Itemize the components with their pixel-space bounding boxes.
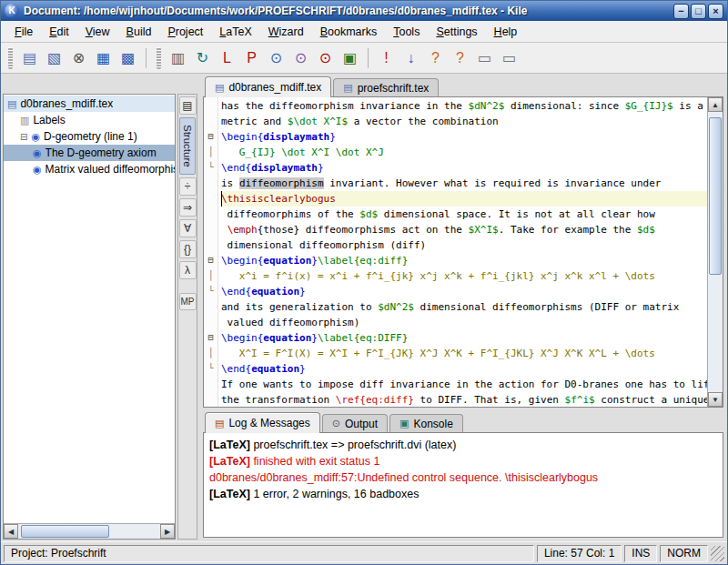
metapost-tab[interactable]: MP <box>179 293 197 310</box>
tab-output[interactable]: ⊙Output <box>322 414 388 432</box>
tree-item-label: Labels <box>33 114 65 126</box>
scroll-left-button[interactable]: ◀ <box>4 524 18 539</box>
tree-horizontal-scrollbar[interactable]: ◀ ▶ <box>4 523 175 539</box>
print-icon[interactable]: ▥ <box>167 46 189 69</box>
scroll-up-button[interactable]: ▲ <box>708 97 723 112</box>
editor-line[interactable]: metric and $\dot X^I$ a vector the combi… <box>221 114 707 129</box>
scrollbar-track[interactable] <box>708 112 723 392</box>
view-ps-icon[interactable]: ⊙ <box>289 46 312 69</box>
fold-marker-icon[interactable]: ⊟ <box>204 329 217 345</box>
menu-help[interactable]: Help <box>486 23 526 41</box>
editor-line[interactable]: x^i = f^i(x) = x^i + f^i_{jk} x^j x^k + … <box>221 268 707 284</box>
menu-project[interactable]: Project <box>159 23 211 41</box>
editor-line[interactable]: \begin{equation}\label{eq:DIFF} <box>221 330 707 346</box>
editor-line[interactable]: \begin{displaymath} <box>221 129 707 145</box>
menu-latex[interactable]: LaTeX <box>211 23 259 41</box>
tree-item-labels[interactable]: ▥Labels <box>4 112 175 128</box>
new-file-icon[interactable]: ▤ <box>18 46 41 69</box>
scrollbar-track[interactable] <box>18 524 160 539</box>
next-badbox-icon[interactable]: ▭ <box>498 46 521 69</box>
editor-line[interactable]: \end{displaymath} <box>221 160 707 176</box>
editor-line[interactable]: and its generalization to $dN^2$ dimensi… <box>221 299 707 315</box>
previous-warning-icon[interactable]: ? <box>424 46 447 69</box>
log-line[interactable]: [LaTeX] finished with exit status 1 <box>209 453 717 469</box>
editor-line[interactable]: diffeomorphims of the $d$ dimensional sp… <box>221 207 707 222</box>
tree-item-the-d-geometry-axiom[interactable]: ◉The D-geometry axiom <box>4 145 175 161</box>
editor-line[interactable]: \end{equation} <box>221 284 707 299</box>
scrollbar-thumb[interactable] <box>21 525 109 538</box>
editor-line[interactable]: X^I = F^I(X) = X^I + F^I_{JK} X^J X^K + … <box>221 346 707 361</box>
editor-line[interactable]: is diffeomorphism invariant. However wha… <box>221 176 707 191</box>
fold-marker-icon[interactable]: ⊟ <box>204 128 217 144</box>
previous-badbox-icon[interactable]: ▭ <box>473 46 496 69</box>
log-messages-panel[interactable]: [LaTeX] proefschrift.tex => proefschrift… <box>203 432 723 538</box>
latex-icon[interactable]: L <box>216 46 238 69</box>
editor-line[interactable]: has the diffeomorphism invariance in the… <box>221 98 707 114</box>
menu-edit[interactable]: Edit <box>41 23 77 41</box>
quickbuild-icon[interactable]: ↻ <box>191 46 214 69</box>
menu-build[interactable]: Build <box>118 23 160 41</box>
files-tab-icon[interactable]: ▤ <box>179 96 197 115</box>
app-icon: K <box>5 4 19 18</box>
view-dvi-icon[interactable]: ⊙ <box>265 46 288 69</box>
structure-tab[interactable]: Structure <box>179 117 196 175</box>
toolbar-handle[interactable] <box>157 47 161 69</box>
pdflatex-icon[interactable]: P <box>240 46 263 69</box>
tree-item-d0branes-mdiff-tex[interactable]: ▤d0branes_mdiff.tex <box>4 96 175 112</box>
editor-text[interactable]: has the diffeomorphism invariance in the… <box>218 97 707 407</box>
editor-line[interactable]: \end{equation} <box>221 361 707 377</box>
konsole-icon[interactable]: ▣ <box>339 46 361 69</box>
next-warning-icon[interactable]: ? <box>449 46 471 69</box>
log-line[interactable]: [LaTeX] proefschrift.tex => proefschrift… <box>209 437 717 453</box>
editor-line[interactable]: \begin{equation}\label{eq:diff} <box>221 253 707 268</box>
menu-tools[interactable]: Tools <box>385 23 428 41</box>
titlebar[interactable]: K Document: /home/wijnhout/Documents/wor… <box>1 1 727 21</box>
close-button[interactable]: × <box>708 4 723 19</box>
tab-konsole[interactable]: ▣Konsole <box>389 414 463 432</box>
editor-line[interactable]: If one wants to impose diff invariance i… <box>221 377 707 392</box>
next-error-icon[interactable]: ↓ <box>399 46 422 69</box>
operators-symbols-tab[interactable]: ÷ <box>179 177 197 196</box>
menu-view[interactable]: View <box>77 23 118 41</box>
maximize-button[interactable]: □ <box>691 4 706 19</box>
log-line[interactable]: [LaTeX] 1 error, 2 warnings, 16 badboxes <box>209 486 717 502</box>
editor-line[interactable]: G_{IJ} \dot X^I \dot X^J <box>221 145 707 160</box>
resize-grip[interactable] <box>711 546 724 561</box>
menu-wizard[interactable]: Wizard <box>260 23 312 41</box>
close-file-icon[interactable]: ⊗ <box>67 46 90 69</box>
toolbar-handle[interactable] <box>8 47 13 69</box>
editor-line[interactable]: \emph{those} diffeomorphisms act on the … <box>221 222 707 237</box>
greek-symbols-tab[interactable]: λ <box>179 261 197 279</box>
scrollbar-thumb[interactable] <box>709 117 722 274</box>
scroll-right-button[interactable]: ▶ <box>160 524 175 539</box>
save-all-icon[interactable]: ▩ <box>116 46 139 69</box>
editor-line[interactable]: the transformation \ref{eq:diff} to DIFF… <box>221 392 707 407</box>
menu-file[interactable]: File <box>6 23 41 41</box>
tab-log-messages[interactable]: ▤Log & Messages <box>205 412 320 433</box>
minimize-button[interactable]: − <box>673 4 689 19</box>
logic-symbols-tab[interactable]: ∀ <box>179 219 197 237</box>
tab-proefschrift-tex[interactable]: ▤proefschrift.tex <box>333 78 439 96</box>
scroll-down-button[interactable]: ▼ <box>708 392 723 407</box>
previous-error-icon[interactable]: ! <box>375 46 398 69</box>
tree-expander-icon[interactable]: ⊟ <box>20 132 27 142</box>
view-pdf-icon[interactable]: ⊙ <box>314 46 337 69</box>
open-file-icon[interactable]: ▧ <box>43 46 66 69</box>
tree-item-d-geometry-line-1[interactable]: ⊟◉D-geometry (line 1) <box>4 128 175 145</box>
editor-line[interactable]: \thisisclearlybogus <box>221 191 707 207</box>
output-icon: ⊙ <box>332 418 340 429</box>
status-insert-mode[interactable]: INS <box>624 545 657 562</box>
editor-line[interactable]: dimensional diffeomorphism (diff) <box>221 237 707 253</box>
arrows-symbols-tab[interactable]: ⇒ <box>179 198 197 217</box>
log-line[interactable]: d0branes/d0branes_mdiff:57:Undefined con… <box>209 469 717 486</box>
menu-bookmarks[interactable]: Bookmarks <box>312 23 386 41</box>
tree-item-matrix-valued-diffeomorphism[interactable]: ◉Matrix valued diffeomorphism <box>4 161 175 177</box>
delimiters-symbols-tab[interactable]: {} <box>179 240 197 258</box>
fold-marker-icon[interactable]: ⊟ <box>204 252 217 267</box>
editor-line[interactable]: valued diffeomorphism) <box>221 315 707 330</box>
menu-settings[interactable]: Settings <box>428 23 485 41</box>
editor[interactable]: ⊟│└⊟│└⊟│└ has the diffeomorphism invaria… <box>203 96 723 408</box>
save-file-icon[interactable]: ▦ <box>92 46 115 69</box>
tab-d0branes-mdiff-tex[interactable]: ▤d0branes_mdiff.tex <box>205 76 331 97</box>
editor-vertical-scrollbar[interactable]: ▲ ▼ <box>707 97 723 407</box>
